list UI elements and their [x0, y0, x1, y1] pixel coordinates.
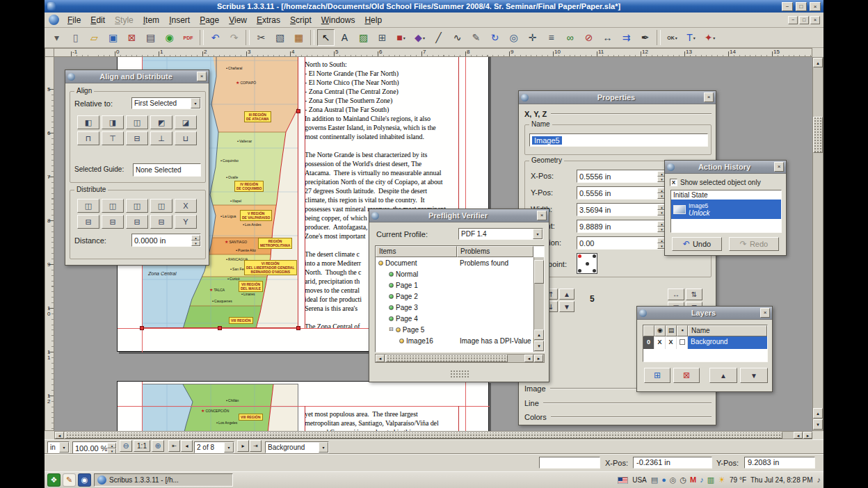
chevron-down-icon[interactable]: ▾	[191, 98, 200, 108]
scroll-left-icon[interactable]: ◂	[794, 432, 803, 439]
image-frame-chile-map-south[interactable]: VIII REGIÓN•Chillán★CONCEPCIÓN•Los Angel…	[142, 384, 298, 431]
distribute-right-sides-button[interactable]: ◫	[126, 199, 148, 213]
items-column-header[interactable]: Items	[376, 246, 457, 257]
align-top-out-button[interactable]: ⊓	[77, 131, 99, 145]
minimize-window-icon[interactable]: −	[782, 2, 793, 11]
add-layer-button[interactable]: ⊞	[644, 368, 670, 383]
tray-chart-icon[interactable]: ▥	[707, 476, 714, 484]
profile-selector[interactable]: PDF 1.4▾	[458, 228, 543, 240]
chevron-down-icon[interactable]: ▾	[403, 35, 405, 40]
preflight-verifier-icon[interactable]: ◉	[161, 29, 178, 46]
geometry-ypos-spinner[interactable]: 0.5556 in▴▾	[577, 186, 667, 200]
undo-button[interactable]: ↶ Undo	[672, 237, 722, 251]
edit-contents-icon[interactable]: ✛	[524, 29, 541, 46]
menu-insert[interactable]: Insert	[164, 15, 195, 26]
scroll-down-icon[interactable]: ▾	[813, 419, 823, 430]
tray-app-icon[interactable]: ●	[661, 476, 666, 484]
preflight-row-page-1[interactable]: Page 1	[376, 279, 544, 291]
link-frames-icon[interactable]: ∞	[561, 29, 579, 46]
measurements-icon[interactable]: ↔	[599, 29, 616, 46]
distribute-equal-vertical-gaps-button[interactable]: ⊟	[150, 215, 172, 229]
zoom-in-button[interactable]: ⊕	[152, 440, 164, 452]
document-page-3[interactable]: VIII REGIÓN•Chillán★CONCEPCIÓN•Los Angel…	[117, 381, 489, 431]
list-scrollbar-thumb[interactable]	[534, 260, 544, 284]
redo-icon[interactable]: ↷	[225, 29, 243, 46]
mdi-restore-icon[interactable]: □	[799, 16, 809, 24]
layer-visible-toggle[interactable]: X	[654, 336, 666, 349]
insert-line-icon[interactable]: ╱	[430, 29, 447, 46]
us-flag-icon[interactable]	[618, 477, 628, 484]
insert-bezier-icon[interactable]: ∿	[449, 29, 466, 46]
tab-line[interactable]: Line	[524, 398, 712, 408]
align-right-button[interactable]: ◩	[150, 115, 172, 129]
temperature-label[interactable]: 79 °F	[730, 476, 746, 484]
menu-item[interactable]: Item	[138, 15, 164, 26]
menu-page[interactable]: Page	[195, 15, 224, 26]
layers-table[interactable]: ◉ ▤ ▪ Name 0XXBackground	[643, 325, 768, 362]
scroll-up-icon[interactable]: ▴	[813, 408, 823, 418]
menu-extras[interactable]: Extras	[252, 15, 285, 26]
raise-layer-button[interactable]: ▲	[709, 368, 737, 383]
history-list[interactable]: Initial StateImage5Unlock	[670, 190, 782, 233]
geometry-height-spinner[interactable]: 9.8889 in▴▾	[577, 220, 667, 233]
unlink-frames-icon[interactable]: ⊘	[580, 29, 597, 46]
close-icon[interactable]: ×	[704, 92, 714, 102]
scroll-up-icon[interactable]: ▴	[534, 330, 544, 340]
align-bottom-button[interactable]: ⊥	[150, 131, 172, 145]
select-item-icon[interactable]: ↖	[317, 29, 335, 46]
tab-xyz[interactable]: X, Y, Z	[524, 108, 712, 119]
insert-polygon-icon[interactable]: ◆▾	[411, 29, 428, 46]
relative-to-selector[interactable]: First Selected▾	[131, 97, 201, 109]
name-input[interactable]: Image5	[529, 133, 708, 147]
geometry-xpos-spinner[interactable]: 0.5556 in▴▾	[577, 170, 667, 183]
insert-text-frame-icon[interactable]: A	[336, 29, 353, 46]
selection-handle[interactable]	[296, 109, 300, 113]
menu-script[interactable]: Script	[285, 15, 316, 26]
basepoint-dot[interactable]	[578, 254, 581, 258]
history-item-initial-state[interactable]: Initial State	[671, 190, 781, 200]
unit-selector[interactable]: in▾	[47, 441, 70, 453]
list-scrollbar-thumb[interactable]	[385, 355, 508, 362]
copy-properties-icon[interactable]: ⇉	[618, 29, 635, 46]
show-selected-only-checkbox[interactable]: X	[670, 179, 677, 186]
layer-selector[interactable]: Background▾	[265, 441, 329, 453]
pdf-push-button-icon[interactable]: OK▾	[664, 29, 681, 46]
redo-button[interactable]: ↷ Redo	[729, 237, 779, 251]
dialog-titlebar[interactable]: Action History ×	[665, 161, 786, 174]
align-right-out-button[interactable]: ◪	[175, 115, 197, 129]
close-window-icon[interactable]: ×	[810, 2, 821, 11]
problems-column-header[interactable]: Problems	[457, 246, 533, 257]
clock-label[interactable]: Thu Jul 24, 8:28 PM	[750, 476, 813, 484]
taskbar-launcher-app[interactable]: ◉	[78, 473, 91, 487]
dialog-titlebar[interactable]: Layers ×	[637, 307, 772, 320]
layer-print-toggle[interactable]: X	[666, 336, 677, 349]
preflight-row-normal[interactable]: Normal	[376, 268, 544, 279]
distribute-centers-vertical-button[interactable]: ⊟	[102, 215, 124, 229]
spinner-up-icon[interactable]: ▴	[191, 235, 200, 241]
new-document-icon[interactable]: ▯	[67, 29, 84, 46]
distribute-vertical-distance-button[interactable]: Y	[175, 215, 197, 229]
vertical-scrollbar-thumb[interactable]	[813, 117, 823, 153]
flip-vertical-button[interactable]: ⇅	[686, 288, 702, 300]
dialog-titlebar[interactable]: Properties ×	[519, 91, 716, 104]
tab-colors[interactable]: Colors	[524, 412, 712, 422]
scroll-left-icon[interactable]: ◂	[524, 355, 533, 362]
tray-volume-icon[interactable]: ♪	[700, 476, 704, 484]
distribute-bottom-edges-button[interactable]: ⊟	[126, 215, 148, 229]
align-center-vertical-button[interactable]: ⊟	[126, 131, 148, 145]
history-item-image5-unlock[interactable]: Image5Unlock	[671, 200, 781, 219]
list-horizontal-scrollbar[interactable]: ◂ ◂ ▸	[375, 354, 545, 363]
taskbar-launcher-editor[interactable]: ✎	[63, 473, 76, 487]
list-vertical-scrollbar[interactable]: ▴ ▾	[533, 257, 544, 352]
page-selector[interactable]: 2 of 8▾	[194, 441, 234, 453]
horizontal-scrollbar-thumb[interactable]	[65, 432, 782, 439]
print-icon[interactable]: ▤	[142, 29, 159, 46]
distribute-centers-horizontal-button[interactable]: ◫	[102, 199, 124, 213]
mdi-minimize-icon[interactable]: −	[788, 16, 798, 24]
copy-icon[interactable]: ▧	[271, 29, 289, 46]
level-down-button[interactable]: ▼	[559, 301, 574, 312]
menu-edit[interactable]: Edit	[86, 15, 110, 26]
insert-shape-icon[interactable]: ■▾	[392, 29, 410, 46]
zoom-out-button[interactable]: ⊖	[120, 440, 132, 452]
vertical-scrollbar[interactable]: ▴ ▴ ▾	[812, 57, 823, 431]
